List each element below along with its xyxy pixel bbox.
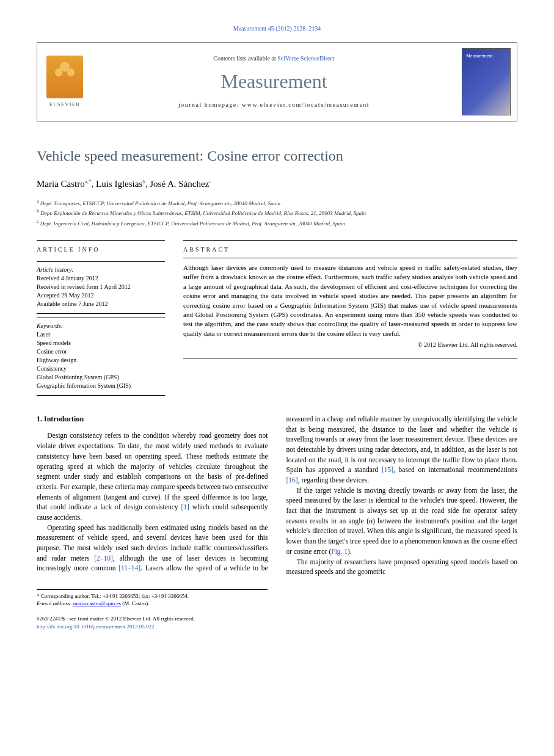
author-1-affil: a,* (85, 178, 92, 184)
email-link[interactable]: maria.castro@upm.es (73, 600, 121, 606)
info-abstract-row: ARTICLE INFO Article history: Received 4… (37, 240, 517, 396)
ref-16-link[interactable]: [16] (286, 476, 298, 484)
publisher-name: ELSEVIER (49, 101, 81, 109)
journal-cover-thumbnail: Measurement (462, 48, 511, 115)
author-1[interactable]: Maria Castro (37, 179, 85, 189)
revised-date: Received in revised form 1 April 2012 (37, 283, 165, 291)
affiliation-c: Dept. Ingeniería Civil, Hidráulica y Ene… (40, 220, 345, 227)
p4-text: The majority of researchers have propose… (286, 558, 518, 576)
keyword: Consistency (37, 365, 165, 373)
section-1-heading: 1. Introduction (37, 414, 268, 424)
author-2[interactable]: Luis Iglesias (96, 179, 142, 189)
abstract-heading: ABSTRACT (183, 240, 517, 258)
keywords-block: Keywords: Laser Speed models Cosine erro… (37, 318, 165, 396)
keyword: Geographic Information System (GIS) (37, 382, 165, 390)
authors-line: Maria Castroa,*, Luis Iglesiasb, José A.… (37, 178, 517, 191)
affiliations-block: a Dept. Transportes, ETSICCP, Universida… (37, 198, 517, 228)
online-date: Available online 7 June 2012 (37, 300, 165, 308)
cover-title: Measurement (466, 53, 493, 59)
paragraph-1: Design consistency refers to the conditi… (37, 431, 268, 522)
history-block: Article history: Received 4 January 2012… (37, 261, 165, 314)
keyword: Cosine error (37, 347, 165, 356)
abstract-text: Although laser devices are commonly used… (183, 258, 517, 358)
abstract-column: ABSTRACT Although laser devices are comm… (183, 240, 517, 396)
header-center: Contents lists available at SciVerse Sci… (92, 48, 456, 116)
author-3[interactable]: José A. Sánchez (150, 179, 209, 189)
keyword: Global Positioning System (GPS) (37, 373, 165, 382)
affiliation-b: Dept. Explotación de Recursos Minerales … (40, 210, 366, 216)
body-text-columns: 1. Introduction Design consistency refer… (37, 414, 517, 577)
keyword: Highway design (37, 356, 165, 365)
p2-mid: , although the use of laser de (113, 554, 211, 562)
accepted-date: Accepted 29 May 2012 (37, 291, 165, 300)
paragraph-3: If the target vehicle is moving directly… (286, 485, 518, 557)
p3-tail: ). (348, 548, 352, 555)
header-citation: Measurement 45 (2012) 2128–2134 (37, 24, 517, 33)
ref-15-link[interactable]: [15] (382, 466, 393, 473)
history-label: Article history: (37, 261, 165, 274)
contents-available-line: Contents lists available at SciVerse Sci… (98, 54, 450, 63)
fig-1-link[interactable]: Fig. 1 (331, 548, 348, 555)
received-date: Received 4 January 2012 (37, 274, 165, 283)
sciverse-link[interactable]: SciVerse ScienceDirect (277, 55, 335, 62)
email-tail: (M. Castro). (121, 600, 150, 606)
elsevier-logo: ELSEVIER (37, 43, 92, 121)
author-3-affil: c (209, 178, 211, 184)
author-2-affil: b (142, 178, 145, 184)
article-title: Vehicle speed measurement: Cosine error … (37, 146, 517, 167)
journal-header-box: ELSEVIER Contents lists available at Sci… (37, 42, 517, 122)
affiliation-a: Dept. Transportes, ETSICCP, Universidad … (40, 200, 280, 206)
issn-line: 0263-2241/$ - see front matter © 2012 El… (37, 615, 268, 623)
article-info-heading: ARTICLE INFO (37, 240, 165, 258)
journal-name: Measurement (98, 68, 450, 95)
doi-link[interactable]: http://dx.doi.org/10.1016/j.measurement.… (37, 623, 155, 630)
ref-1-link[interactable]: [1] (181, 503, 189, 511)
contents-prefix: Contents lists available at (213, 55, 277, 62)
homepage-label: journal homepage: (178, 101, 242, 108)
keyword: Laser (37, 330, 165, 339)
email-label: E-mail address: (37, 600, 73, 606)
p2d-tail: , regarding these devices. (298, 476, 370, 484)
copyright-line: © 2012 Elsevier Ltd. All rights reserved… (183, 341, 517, 353)
journal-homepage: journal homepage: www.elsevier.com/locat… (98, 101, 450, 109)
keyword: Speed models (37, 339, 165, 347)
ref-11-14-link[interactable]: [11–14] (118, 564, 140, 572)
paragraph-4: The majority of researchers have propose… (286, 557, 518, 577)
abstract-body: Although laser devices are commonly used… (183, 264, 517, 337)
p1-text: Design consistency refers to the conditi… (37, 432, 268, 511)
p3-text: If the target vehicle is moving directly… (286, 487, 518, 555)
elsevier-tree-icon (46, 56, 83, 98)
homepage-url[interactable]: www.elsevier.com/locate/measurement (242, 101, 370, 108)
article-info-column: ARTICLE INFO Article history: Received 4… (37, 240, 165, 396)
ref-2-10-link[interactable]: [2–10] (94, 554, 113, 562)
p2c-mid: , based on international recommendations (393, 466, 517, 473)
corresponding-author-text: * Corresponding author. Tel.: +34 91 336… (37, 592, 268, 600)
keywords-label: Keywords: (37, 318, 165, 330)
corresponding-author-footnote: * Corresponding author. Tel.: +34 91 336… (37, 589, 268, 608)
footer-meta: 0263-2241/$ - see front matter © 2012 El… (37, 615, 268, 630)
